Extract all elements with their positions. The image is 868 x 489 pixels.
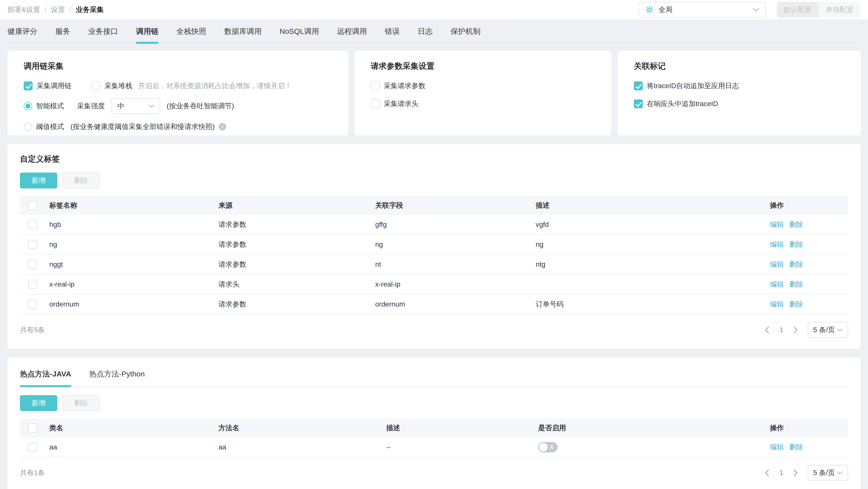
append-header-checkbox[interactable] [634, 99, 643, 108]
cell-field: ng [375, 240, 536, 249]
edit-link[interactable]: 编辑 [770, 220, 784, 229]
topbar: 部署&设置 / 设置 / 业务采集 全局 默认配置 单独配置 [0, 0, 868, 20]
remove-link[interactable]: 删除 [789, 220, 803, 229]
prev-page-icon[interactable] [765, 469, 769, 476]
row-checkbox[interactable] [28, 300, 37, 309]
page-size-select[interactable]: 5 条/页 [808, 322, 848, 338]
main-tab[interactable]: 远程调用 [337, 20, 367, 43]
collect-stack-checkbox[interactable] [91, 82, 100, 90]
table-header-row: 标签名称 来源 关联字段 描述 操作 [20, 196, 848, 215]
append-log-label: 将traceID自动追加至应用日志 [647, 81, 739, 91]
column-header: 描述 [536, 201, 770, 210]
main-tab[interactable]: 错误 [385, 20, 400, 43]
add-method-button[interactable]: 新增 [20, 395, 57, 411]
select-all-checkbox[interactable] [28, 424, 37, 432]
hot-methods-tabs: 热点方法-JAVA 热点方法-Python [20, 367, 848, 387]
threshold-mode-label: 阈值模式 [36, 122, 64, 131]
strength-select[interactable]: 中 [112, 98, 160, 114]
delete-method-button[interactable]: 删除 [62, 395, 100, 411]
prev-page-icon[interactable] [765, 326, 769, 333]
cell-source: 请求头 [218, 280, 375, 289]
threshold-mode-note: (按业务健康度阈值采集全部错误和慢请求快照) [70, 122, 215, 131]
main-tab[interactable]: 保护机制 [451, 20, 480, 43]
edit-link[interactable]: 编辑 [770, 443, 784, 452]
select-all-checkbox[interactable] [28, 201, 37, 210]
settings-cards-row: 调用链采集 采集调用链 采集堆栈 开启后，对系统资源消耗占比会增加，谨慎开启！ … [7, 51, 861, 135]
next-page-icon[interactable] [793, 469, 798, 476]
collect-trace-checkbox[interactable] [24, 82, 33, 90]
enable-toggle[interactable]: 关 [538, 442, 558, 452]
collect-trace-label: 采集调用链 [37, 81, 71, 91]
breadcrumb-separator: / [69, 6, 71, 14]
edit-link[interactable]: 编辑 [770, 280, 784, 289]
threshold-mode-radio[interactable] [24, 123, 32, 131]
remove-link[interactable]: 删除 [789, 443, 803, 452]
row-checkbox[interactable] [28, 240, 37, 249]
append-log-checkbox[interactable] [634, 82, 643, 90]
hot-methods-table-body: aa aa -- 关 编辑 删除 [20, 437, 848, 457]
breadcrumb-item[interactable]: 设置 [51, 5, 65, 14]
strength-select-value: 中 [117, 101, 124, 111]
cell-tag-name: ordernum [49, 300, 218, 308]
table-row: nggt 请求参数 nt ntg 编辑 删除 [20, 255, 848, 274]
column-header: 是否启用 [538, 423, 770, 433]
card-title: 请求参数采集设置 [371, 61, 595, 72]
cell-field: ordernum [375, 300, 536, 308]
page-number[interactable]: 1 [779, 469, 783, 477]
row-checkbox[interactable] [28, 260, 37, 269]
delete-tag-button[interactable]: 删除 [62, 172, 100, 189]
info-icon[interactable]: i [219, 123, 226, 130]
edit-link[interactable]: 编辑 [770, 299, 784, 309]
custom-tags-table-body: hgb 请求参数 gffg vgfd 编辑 删除 ng 请求参数 ng ng 编… [20, 215, 848, 315]
smart-mode-radio[interactable] [24, 102, 32, 110]
table-header-row: 类名 方法名 描述 是否启用 操作 [20, 419, 848, 437]
main-tab[interactable]: 数据库调用 [224, 20, 261, 43]
main-tab[interactable]: 服务 [55, 20, 70, 43]
request-params-card: 请求参数采集设置 采集请求参数 采集请求头 [354, 51, 611, 135]
row-checkbox[interactable] [28, 220, 37, 229]
cell-tag-name: x-real-ip [49, 280, 218, 288]
hot-methods-table: 类名 方法名 描述 是否启用 操作 aa aa -- 关 编辑 删除 [20, 419, 848, 457]
table-row: x-real-ip 请求头 x-real-ip 编辑 删除 [20, 274, 848, 295]
tab-hot-methods-java[interactable]: 热点方法-JAVA [20, 367, 71, 387]
page-number[interactable]: 1 [779, 326, 783, 334]
main-tab[interactable]: 全栈快照 [176, 20, 206, 43]
breadcrumb-item[interactable]: 部署&设置 [7, 5, 40, 14]
table-row: ordernum 请求参数 ordernum 订单号码 编辑 删除 [20, 295, 848, 315]
main-tab[interactable]: NoSQL调用 [280, 20, 319, 43]
cell-field: gffg [375, 221, 536, 229]
config-mode-group: 默认配置 单独配置 [777, 2, 861, 18]
cell-desc: vgfd [536, 221, 770, 229]
row-checkbox[interactable] [28, 280, 37, 289]
card-title: 调用链采集 [24, 61, 332, 72]
card-title: 关联标记 [634, 61, 844, 72]
main-tab[interactable]: 健康评分 [7, 20, 37, 43]
cell-tag-name: ng [49, 240, 218, 249]
edit-link[interactable]: 编辑 [770, 240, 784, 249]
remove-link[interactable]: 删除 [789, 299, 803, 309]
add-tag-button[interactable]: 新增 [20, 172, 57, 189]
collect-headers-checkbox[interactable] [371, 99, 380, 108]
correlation-card: 关联标记 将traceID自动追加至应用日志 在响应头中追加traceID [618, 51, 861, 135]
main-tab[interactable]: 调用链 [136, 20, 158, 43]
column-header: 标签名称 [49, 201, 218, 210]
next-page-icon[interactable] [793, 326, 798, 333]
edit-link[interactable]: 编辑 [770, 260, 784, 269]
page-size-select[interactable]: 5 条/页 [808, 465, 848, 481]
remove-link[interactable]: 删除 [789, 260, 803, 269]
tab-hot-methods-python[interactable]: 热点方法-Python [89, 367, 145, 387]
column-header: 来源 [218, 201, 375, 210]
toggle-state-label: 关 [549, 444, 554, 451]
scope-select-value: 全局 [658, 5, 673, 14]
main-tab[interactable]: 业务接口 [88, 20, 118, 43]
separate-config-button[interactable]: 单独配置 [819, 2, 861, 18]
cell-desc: ntg [536, 260, 770, 268]
remove-link[interactable]: 删除 [789, 280, 803, 289]
row-checkbox[interactable] [28, 443, 37, 452]
remove-link[interactable]: 删除 [789, 240, 803, 249]
default-config-button[interactable]: 默认配置 [777, 2, 819, 18]
main-tab[interactable]: 日志 [417, 20, 433, 43]
scope-select[interactable]: 全局 [639, 2, 766, 18]
custom-tags-section: 自定义标签 新增 删除 标签名称 来源 关联字段 描述 操作 hgb 请求参数 … [7, 144, 861, 349]
collect-params-checkbox[interactable] [371, 82, 380, 90]
